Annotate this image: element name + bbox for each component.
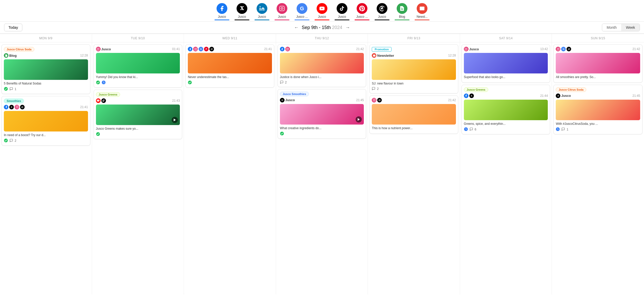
- card-footer: [96, 80, 180, 85]
- card-sat-1[interactable]: Jusco13:42Superfood that also looks go..…: [462, 44, 550, 83]
- social-icon-tiktok: [101, 98, 106, 103]
- card-image: [372, 59, 456, 80]
- day-col-tue: TUE 9/10Jusco01:41Yummy! Did you know th…: [92, 34, 184, 295]
- prev-arrow[interactable]: ←: [294, 25, 299, 30]
- comment-count: 1: [15, 87, 16, 91]
- card-mon-1[interactable]: Jusco Citrus SodaBlog12:285 Benefits of …: [2, 44, 90, 94]
- week-view-button[interactable]: Week: [621, 24, 640, 31]
- svg-marker-17: [174, 119, 176, 121]
- card-text: SJ: new flavour in town: [372, 81, 456, 86]
- channel-underline-linkedin: [255, 20, 269, 20]
- channel-item-x[interactable]: 𝕏Jusco: [233, 2, 251, 21]
- svg-rect-7: [16, 106, 18, 108]
- card-image: [464, 53, 548, 73]
- channel-item-google[interactable]: GJusco ...: [293, 2, 311, 21]
- card-account-name: Jusco: [561, 94, 571, 98]
- check-icon: [96, 132, 100, 137]
- card-fri-1[interactable]: PromotionNewsletter12:28SJ: new flavour …: [369, 44, 458, 93]
- card-account-name: Newsletter: [377, 54, 394, 58]
- day-header-mon: MON 9/9: [0, 34, 92, 42]
- social-icon-newsletter: [372, 53, 376, 58]
- card-icons: Jusco: [464, 47, 479, 51]
- card-footer: 1: [4, 87, 88, 92]
- channel-underline-newsletter: [415, 20, 430, 20]
- card-image: [96, 53, 180, 73]
- channel-icon-threads: [377, 3, 387, 14]
- comment-icon: [470, 127, 473, 132]
- channel-underline-x: [235, 20, 249, 20]
- today-button[interactable]: Today: [4, 24, 22, 31]
- card-image: [464, 100, 548, 120]
- card-text: What creative ingredients do...: [280, 126, 364, 130]
- card-image: [556, 100, 640, 120]
- card-header: Blog12:28: [4, 53, 88, 58]
- day-content-sun: G@21:42All smoothies are pretty. So...Ju…: [552, 42, 644, 136]
- channel-item-instagram[interactable]: Jusco: [273, 2, 291, 21]
- channel-icon-google: G: [297, 3, 307, 14]
- schedule-icon: [556, 127, 560, 132]
- card-fri-2[interactable]: @21:42This is how a nutrient power...: [369, 96, 458, 134]
- card-icons: [280, 47, 290, 51]
- channel-item-blog[interactable]: Blog: [393, 2, 411, 21]
- day-col-thu: THU 9/1221:42Justice is done when Jusco …: [276, 34, 368, 295]
- card-icons: Jusco: [96, 47, 111, 51]
- card-tag: Jusco Smoothies: [280, 92, 309, 96]
- card-tue-2[interactable]: Jusco Greens21:43Jusco Greens makes sure…: [94, 90, 182, 139]
- next-arrow[interactable]: →: [345, 25, 350, 30]
- card-header: 21:43: [96, 98, 180, 103]
- card-thu-1[interactable]: 21:42Justice is done when Jusco i...2: [278, 44, 366, 87]
- card-text: Justice is done when Jusco i...: [280, 75, 364, 79]
- card-tue-1[interactable]: Jusco01:41Yummy! Did you know that ki...: [94, 44, 182, 88]
- card-icons: Newsletter: [372, 53, 394, 58]
- card-mon-2[interactable]: SmoothiesX@21:41In need of a boost? Try …: [2, 96, 90, 146]
- day-content-thu: 21:42Justice is done when Jusco i...2Jus…: [276, 42, 368, 141]
- day-header-thu: THU 9/12: [276, 34, 368, 42]
- card-text: Greens, spice, and everythin...: [464, 122, 548, 126]
- card-header: XJusco21:45: [280, 98, 364, 102]
- comment-icon: [9, 139, 13, 143]
- svg-point-25: [288, 48, 288, 49]
- card-sun-2[interactable]: Jusco Citrus SodaXJusco21:45With #JuscoC…: [553, 85, 642, 134]
- channel-item-pinterest[interactable]: Jusco ...: [353, 2, 371, 21]
- channel-underline-google: [295, 20, 309, 20]
- svg-point-27: [280, 131, 284, 135]
- comment-icon: [561, 127, 565, 132]
- svg-point-32: [466, 49, 467, 50]
- comment-icon: [280, 80, 284, 85]
- day-content-fri: PromotionNewsletter12:28SJ: new flavour …: [368, 42, 460, 136]
- comment-icon: [9, 87, 13, 91]
- card-time: 12:28: [80, 54, 88, 57]
- social-icon-x: X: [9, 105, 14, 109]
- channel-item-tiktok[interactable]: Jusco: [333, 2, 351, 21]
- day-content-mon: Jusco Citrus SodaBlog12:285 Benefits of …: [0, 42, 92, 148]
- day-col-fri: FRI 9/13PromotionNewsletter12:28SJ: new …: [368, 34, 460, 295]
- card-wed-1[interactable]: GP@21:41Never underestimate the tas...: [186, 44, 274, 88]
- card-text: 5 Benefits of Natural Sodas: [4, 81, 88, 86]
- comment-count: 2: [285, 81, 287, 84]
- channel-item-newsletter[interactable]: Newsl...: [413, 2, 431, 21]
- channel-item-linkedin[interactable]: Jusco: [253, 2, 271, 21]
- channel-icon-newsletter: [417, 3, 427, 14]
- svg-marker-26: [358, 118, 360, 121]
- card-icons: [96, 98, 106, 103]
- comment-count: 2: [15, 139, 16, 143]
- card-text: With #JuscoCitrusSoda, you ...: [556, 122, 640, 126]
- channel-bar: Jusco𝕏JuscoJuscoJuscoGJusco ...JuscoJusc…: [0, 0, 644, 22]
- channel-item-facebook[interactable]: Jusco: [213, 2, 231, 21]
- card-sat-2[interactable]: Jusco GreensX21:44Greens, spice, and eve…: [462, 85, 550, 134]
- channel-underline-facebook: [214, 20, 229, 20]
- card-sun-1[interactable]: G@21:42All smoothies are pretty. So...: [553, 44, 642, 83]
- svg-point-22: [188, 80, 192, 84]
- day-content-sat: Jusco13:42Superfood that also looks go..…: [460, 42, 552, 136]
- card-thu-2[interactable]: Jusco SmoothiesXJusco21:45What creative …: [278, 89, 366, 139]
- card-tag: Jusco Citrus Soda: [4, 47, 34, 52]
- svg-point-21: [196, 48, 196, 49]
- social-icon-instagram: [556, 47, 560, 51]
- channel-item-youtube[interactable]: Jusco: [313, 2, 331, 21]
- card-tag: Jusco Greens: [96, 92, 120, 97]
- month-view-button[interactable]: Month: [602, 24, 621, 31]
- social-icon-x: X: [469, 93, 474, 98]
- channel-item-threads[interactable]: Jusco: [373, 2, 391, 21]
- card-text: Never underestimate the tas...: [188, 75, 272, 79]
- card-tag: Jusco Citrus Soda: [556, 87, 586, 92]
